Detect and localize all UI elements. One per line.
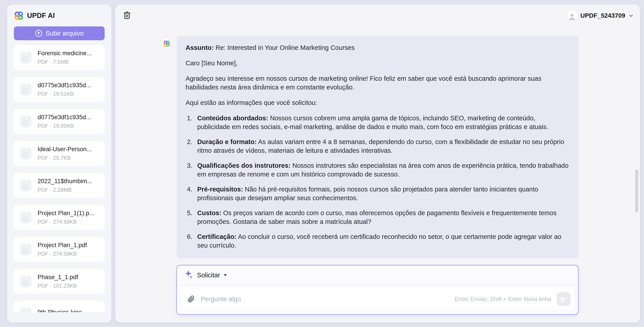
avatar [567,10,577,21]
pdf-file-icon [19,82,33,96]
file-name: Phase_1_1.pdf [38,274,78,281]
file-item[interactable]: 2022_11$thumbim...PDF · 2.28MB [14,173,105,198]
composer: Solicitar Enter Enviar; Shift + Enter No… [176,265,579,315]
file-name: 9th-Physics-kine [38,309,82,312]
pdf-file-icon [19,146,33,160]
dropdown-triangle-icon [224,274,227,276]
delete-chat-button[interactable] [122,10,132,20]
file-item[interactable]: Ideal-User-Person...PDF · 25.7KB [14,141,105,166]
file-item[interactable]: d0775e3df1c935d...PDF · 19.51KB [14,77,105,102]
file-name: Project Plan_1.pdf [38,242,87,249]
list-item: Qualificações dos instrutores: Nossos in… [187,161,570,179]
app-title: UPDF AI [27,12,55,20]
list-item: Conteúdos abordados: Nossos cursos cobre… [187,114,570,131]
username: UPDF_5243709 [580,12,625,19]
paper-plane-icon [560,296,567,302]
chevron-down-icon [628,13,634,18]
file-meta: PDF · 101.23KB [38,283,78,289]
file-meta: PDF · 274.58KB [38,219,94,225]
file-item[interactable]: Project Plan_1(1).p...PDF · 274.58KB [14,205,105,230]
list-item: Custos: Os preços variam de acordo com o… [187,209,570,226]
message-input-area: Enter Enviar; Shift + Enter Nova linha [181,289,574,309]
file-meta: PDF · 2.28MB [38,187,92,193]
pdf-file-icon [19,114,33,128]
file-meta: PDF · 19.51KB [38,91,91,97]
pdf-file-icon [19,242,33,256]
file-meta: PDF · 274.58KB [38,251,87,257]
file-meta: PDF · 19.05KB [38,123,91,129]
message-input[interactable] [200,296,450,303]
file-item[interactable]: Phase_1_1.pdfPDF · 101.23KB [14,269,105,294]
prompt-mode-label: Solicitar [197,272,220,279]
subject-label: Assunto: [186,44,214,51]
attach-file-button[interactable] [187,295,195,303]
pdf-file-icon [19,306,33,312]
file-list: Forensic medicine...PDF · 7.5MB d0775e3d… [7,45,111,312]
message-intro: Agradeço seu interesse em nossos cursos … [186,74,570,92]
pdf-file-icon [19,210,33,224]
enter-hint: Enter Enviar; Shift + Enter Nova linha [455,296,551,302]
chat-panel: UPDF_5243709 Assunto: Re: Interested in … [116,4,640,322]
chat-scrollbar-thumb[interactable] [635,170,638,212]
file-name: 2022_11$thumbim... [38,178,92,185]
sidebar-header: UPDF AI [7,4,111,20]
list-item: Duração e formato: As aulas variam entre… [187,138,570,155]
file-name: Project Plan_1(1).p... [38,210,94,217]
user-account-menu[interactable]: UPDF_5243709 [567,10,634,22]
file-name: d0775e3df1c935d... [38,82,91,89]
upload-file-button[interactable]: Subir arquivo [14,26,105,40]
pdf-file-icon [19,274,33,288]
list-item: Pré-requisitos: Não há pré-requisitos fo… [187,185,570,202]
subject-text: Re: Interested in Your Online Marketing … [216,44,355,51]
file-name: Forensic medicine... [38,50,92,57]
prompt-mode-dropdown[interactable]: Solicitar [177,266,578,285]
pdf-file-icon [19,50,33,64]
file-item[interactable]: d0775e3df1c935d...PDF · 19.05KB [14,109,105,134]
list-item: Certificação: Ao concluir o curso, você … [187,232,570,250]
send-button[interactable] [556,292,570,306]
message-subject: Assunto: Re: Interested in Your Online M… [186,44,570,52]
trash-icon [123,11,131,20]
message-list: Conteúdos abordados: Nossos cursos cobre… [187,114,570,250]
sidebar: UPDF AI Subir arquivo Forensic medicine.… [7,4,111,322]
message-greeting: Caro [Seu Nome], [186,59,570,68]
pdf-file-icon [19,178,33,192]
file-item[interactable]: Project Plan_1.pdfPDF · 274.58KB [14,237,105,262]
file-meta: PDF · 25.7KB [38,155,92,161]
composer-divider [177,285,578,285]
message-list-intro: Aqui estão as informações que você solic… [186,98,570,107]
file-name: Ideal-User-Person... [38,146,92,153]
file-meta: PDF · 7.5MB [38,59,92,65]
upload-file-label: Subir arquivo [46,30,84,37]
ai-avatar-updf-logo-icon [162,38,172,49]
updf-logo-icon [14,11,24,20]
file-name: d0775e3df1c935d... [38,114,91,121]
file-item[interactable]: 9th-Physics-kine [14,301,105,312]
file-item[interactable]: Forensic medicine...PDF · 7.5MB [14,45,105,70]
ai-message-bubble: Assunto: Re: Interested in Your Online M… [177,36,579,258]
arrow-up-circle-icon [35,30,42,37]
sparkles-icon [184,270,194,280]
